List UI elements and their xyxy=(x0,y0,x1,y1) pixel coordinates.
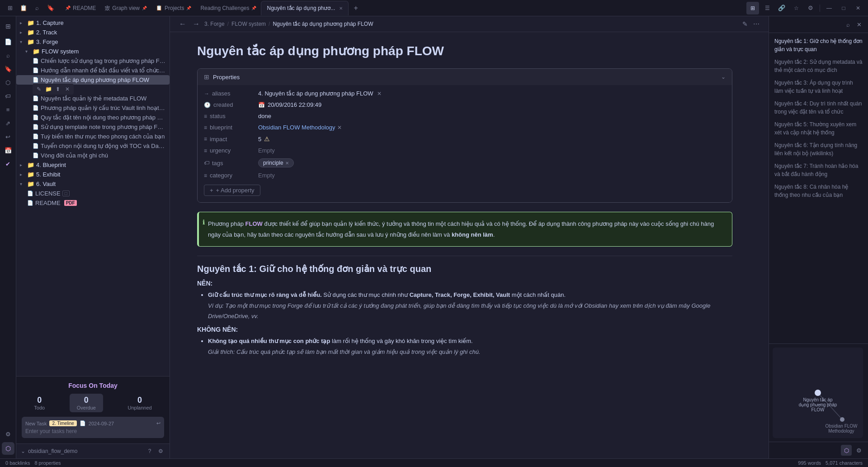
vault-settings-icon[interactable]: ⚙ xyxy=(156,447,165,456)
blueprint-link[interactable]: Obsidian FLOW Methodology xyxy=(258,124,335,131)
file-item-f10[interactable]: 📄 Vòng đời của một ghi chú xyxy=(16,151,170,160)
status-chars[interactable]: 5,071 characters xyxy=(826,460,863,466)
file-item-f5[interactable]: 📄 Phương pháp quản lý cấu trúc Vault lin… xyxy=(16,103,170,113)
sidebar-icon-calendar[interactable]: 📅 xyxy=(2,144,14,157)
breadcrumb-part1[interactable]: 3. Forge xyxy=(204,21,225,27)
link-btn[interactable]: 🔗 xyxy=(775,2,788,14)
status-properties[interactable]: 8 properties xyxy=(34,460,61,466)
sidebar-icon-vault-icon[interactable]: ⬡ xyxy=(2,442,14,455)
tag-principle[interactable]: principle ✕ xyxy=(258,158,294,167)
outline-item-8[interactable]: Nguyên tắc 8: Cá nhân hóa hệ thống theo … xyxy=(769,181,868,201)
tab-graph[interactable]: 🕸 Graph view 📌 xyxy=(100,1,151,15)
blueprint-remove-icon[interactable]: ✕ xyxy=(337,124,342,131)
edit-file-icon[interactable]: ✎ xyxy=(35,85,43,93)
task-return-icon[interactable]: ↩ xyxy=(156,420,160,426)
tab-main[interactable]: Nguyên tắc áp dụng phươ... ✕ xyxy=(261,1,349,15)
sidebar-icon-settings[interactable]: ⚙ xyxy=(2,428,14,440)
status-words[interactable]: 995 words xyxy=(798,460,821,466)
prop-value-category[interactable]: Empty xyxy=(258,172,726,179)
sidebar-icon-layout[interactable]: ⊞ xyxy=(2,20,14,33)
nav-back-button[interactable]: ← xyxy=(177,19,188,29)
graph-settings-icon[interactable]: ⚙ xyxy=(854,445,864,456)
tag-principle-close-icon[interactable]: ✕ xyxy=(285,161,289,166)
properties-header[interactable]: ⊞ Properties ⌄ xyxy=(198,69,732,85)
files-toggle-icon[interactable]: 📋 xyxy=(17,2,30,14)
breadcrumb-current[interactable]: Nguyên tắc áp dụng phương pháp FLOW xyxy=(273,21,373,27)
folder-blueprint[interactable]: ▸ 📁 4. Blueprint xyxy=(16,160,170,170)
prop-value-created[interactable]: 📅 20/09/2016 22:09:49 xyxy=(258,101,726,108)
close-btn[interactable]: ✕ xyxy=(852,2,864,14)
tab-close-icon[interactable]: ✕ xyxy=(339,6,343,11)
outline-item-1[interactable]: Nguyên tắc 1: Giữ cho hệ thống đơn giản … xyxy=(769,35,868,56)
open-folder-icon[interactable]: 📁 xyxy=(44,85,52,93)
outline-item-2[interactable]: Nguyên tắc 2: Sử dụng metadata và thẻ mộ… xyxy=(769,56,868,76)
sidebar-icon-graph[interactable]: ⬡ xyxy=(2,76,14,89)
tab-projects[interactable]: 📋 Projects 📌 xyxy=(151,1,196,15)
layout-icon[interactable]: ⊞ xyxy=(4,2,16,14)
file-item-f6[interactable]: 📄 Quy tắc đặt tên nội dung theo phương p… xyxy=(16,113,170,122)
folder-forge[interactable]: ▾ 📁 3. Forge xyxy=(16,37,170,47)
move-file-icon[interactable]: ⬆ xyxy=(54,85,62,93)
sidebar-icon-properties[interactable]: ≡ xyxy=(2,103,14,116)
sidebar-icon-backlinks[interactable]: ↩ xyxy=(2,130,14,143)
file-item-f2[interactable]: 📄 Hướng dẫn nhanh để bắt đầu viết và tổ … xyxy=(16,66,170,75)
prop-value-tags[interactable]: principle ✕ xyxy=(258,158,726,167)
right-panel-close-icon[interactable]: ✕ xyxy=(854,20,863,29)
tab-challenges[interactable]: Reading Challenges 📌 xyxy=(196,1,261,15)
right-panel-search-icon[interactable]: ⌕ xyxy=(844,20,853,29)
focus-unplanned[interactable]: 0 Unplanned xyxy=(127,396,151,410)
star-btn[interactable]: ☆ xyxy=(790,2,802,14)
tab-readme[interactable]: 📌 README xyxy=(61,1,100,15)
expand-vault-icon[interactable]: ⌄ xyxy=(21,448,25,454)
outline-item-3[interactable]: Nguyên tắc 3: Áp dụng quy trình làm việc… xyxy=(769,76,868,97)
outline-item-6[interactable]: Nguyên tắc 6: Tận dụng tính năng liên kế… xyxy=(769,139,868,160)
file-item-f3[interactable]: 📄 Nguyên tắc áp dụng phương pháp FLOW ✎ … xyxy=(16,75,170,85)
maximize-btn[interactable]: □ xyxy=(837,2,850,14)
sidebar-icon-bookmark[interactable]: 🔖 xyxy=(2,62,14,75)
graph-filter-icon[interactable]: ⬡ xyxy=(841,445,852,456)
folder-track[interactable]: ▸ 📁 2. Track xyxy=(16,28,170,37)
vault-help-icon[interactable]: ? xyxy=(145,447,154,456)
sidebar-icon-tags[interactable]: 🏷 xyxy=(2,90,14,102)
file-license[interactable]: 📄 LICENSE □ xyxy=(16,189,170,198)
outline-item-4[interactable]: Nguyên tắc 4: Duy trì tính nhất quán tro… xyxy=(769,97,868,118)
tab-add-button[interactable]: + xyxy=(350,3,361,14)
sidebar-icon-outgoing[interactable]: ⇗ xyxy=(2,117,14,129)
file-item-f1[interactable]: 📄 Chiến lược sử dụng tag trong phương ph… xyxy=(16,56,170,66)
file-item-f4[interactable]: 📄 Nguyên tắc quản lý thẻ metadata FLOW xyxy=(16,94,170,103)
list-view-btn[interactable]: ☰ xyxy=(761,2,774,14)
outline-item-7[interactable]: Nguyên tắc 7: Tránh hoàn hảo hóa và bắt … xyxy=(769,160,868,181)
breadcrumb-part2[interactable]: FLOW system xyxy=(231,21,266,27)
file-readme[interactable]: 📄 README PDF xyxy=(16,198,170,208)
layout-toggle-btn[interactable]: ⊞ xyxy=(746,2,759,14)
more-options-btn[interactable]: ⚙ xyxy=(804,2,817,14)
nav-forward-button[interactable]: → xyxy=(191,19,202,29)
more-note-options-icon[interactable]: ⋯ xyxy=(751,19,761,29)
close-file-icon[interactable]: ✕ xyxy=(63,85,71,93)
graph-canvas[interactable]: Nguyên tắc áp dụng phương pháp FLOW Obsi… xyxy=(773,348,863,438)
sidebar-icon-tasks[interactable]: ✔ xyxy=(2,157,14,170)
minimize-btn[interactable]: — xyxy=(823,2,835,14)
folder-vault[interactable]: ▾ 📁 6. Vault xyxy=(16,179,170,189)
sidebar-icon-files[interactable]: 📄 xyxy=(2,35,14,48)
prop-value-status[interactable]: done xyxy=(258,113,726,119)
file-item-f8[interactable]: 📄 Tuỳ biến tên thư mục theo phong cách c… xyxy=(16,132,170,141)
folder-capture[interactable]: ▸ 📁 1. Capture xyxy=(16,18,170,28)
prop-value-impact[interactable]: 5 ⚠ xyxy=(258,135,726,143)
aliases-remove-icon[interactable]: ✕ xyxy=(377,91,382,97)
properties-expand-icon[interactable]: ⌄ xyxy=(721,74,726,80)
prop-value-aliases[interactable]: 4. Nguyên tắc áp dụng phương pháp FLOW ✕ xyxy=(258,90,726,97)
file-item-f9[interactable]: 📄 Tuyển chọn nội dung tự động với TOC và… xyxy=(16,141,170,151)
add-property-button[interactable]: + + Add property xyxy=(204,185,260,196)
prop-value-urgency[interactable]: Empty xyxy=(258,147,726,154)
status-backlinks[interactable]: 0 backlinks xyxy=(5,460,30,466)
task-input-field[interactable]: Enter your tasks here xyxy=(25,428,160,434)
editor-scroll-area[interactable]: Nguyên tắc áp dụng phương pháp FLOW ⊞ Pr… xyxy=(170,32,769,458)
file-item-f7[interactable]: 📄 Sử dụng template note trong phương phá… xyxy=(16,122,170,132)
sidebar-icon-search[interactable]: ⌕ xyxy=(2,49,14,62)
focus-todo[interactable]: 0 Todo xyxy=(34,396,45,410)
edit-note-icon[interactable]: ✎ xyxy=(741,19,750,29)
folder-exhibit[interactable]: ▸ 📁 5. Exhibit xyxy=(16,170,170,179)
focus-overdue[interactable]: 0 Overdue xyxy=(70,394,103,412)
bookmark-icon[interactable]: 🔖 xyxy=(44,2,57,14)
